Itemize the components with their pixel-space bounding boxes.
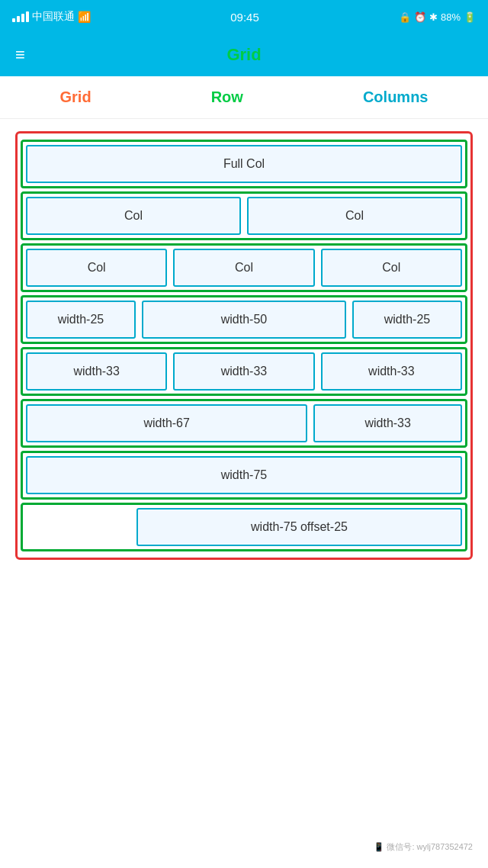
tab-row[interactable]: Row [211, 88, 243, 106]
grid-row: width-25width-50width-25 [21, 295, 467, 344]
grid-row: width-75 [21, 451, 467, 500]
nav-bar: ≡ Grid [0, 34, 488, 76]
wifi-icon: 📶 [78, 11, 91, 23]
grid-row: width-67width-33 [21, 399, 467, 448]
grid-cell: Col [173, 249, 314, 287]
grid-cell: width-25 [26, 301, 136, 339]
footer-text: 微信号: wylj787352472 [387, 842, 473, 851]
grid-cell: Full Col [26, 145, 462, 183]
grid-cell: width-25 [352, 301, 462, 339]
main-content: Full ColColColColColColwidth-25width-50w… [0, 119, 488, 572]
tab-columns[interactable]: Columns [363, 88, 429, 106]
grid-cell: width-33 [26, 352, 167, 391]
grid-cell: width-67 [26, 404, 307, 442]
status-left: 中国联通 📶 [12, 10, 91, 24]
grid-row: width-33width-33width-33 [21, 347, 467, 396]
grid-cell: Col [247, 197, 462, 235]
status-right: 🔒 ⏰ ✱ 88% 🔋 [399, 11, 476, 23]
grid-row: ColCol [21, 191, 467, 240]
carrier-label: 中国联通 [32, 10, 75, 24]
status-time: 09:45 [230, 11, 259, 24]
grid-cell: width-33 [173, 352, 314, 391]
grid-cell: width-50 [142, 301, 346, 339]
bluetooth-icon: ✱ [429, 11, 438, 23]
grid-cell: Col [26, 249, 167, 287]
lock-icon: 🔒 [399, 11, 411, 23]
menu-icon[interactable]: ≡ [15, 45, 25, 65]
nav-title: Grid [226, 45, 261, 65]
battery-label: 88% [441, 11, 461, 23]
grid-row: ColColCol [21, 243, 467, 292]
tab-grid[interactable]: Grid [60, 88, 92, 106]
alarm-icon: ⏰ [414, 11, 426, 23]
grid-cell: Col [321, 249, 462, 287]
tab-bar: Grid Row Columns [0, 76, 488, 119]
grid-row: Full Col [21, 140, 467, 188]
grid-cell: width-75 offset-25 [136, 508, 462, 546]
signal-icon [12, 11, 29, 22]
wechat-icon: 📱 [374, 842, 384, 851]
footer: 📱 微信号: wylj787352472 [374, 841, 473, 853]
grid-cell: width-33 [321, 352, 462, 391]
grid-row: width-75 offset-25 [21, 503, 467, 551]
grid-cell: width-33 [313, 404, 462, 442]
grid-outer: Full ColColColColColColwidth-25width-50w… [15, 131, 473, 560]
battery-icon: 🔋 [464, 11, 476, 23]
grid-cell: width-75 [26, 456, 462, 494]
grid-cell: Col [26, 197, 241, 235]
status-bar: 中国联通 📶 09:45 🔒 ⏰ ✱ 88% 🔋 [0, 0, 488, 34]
